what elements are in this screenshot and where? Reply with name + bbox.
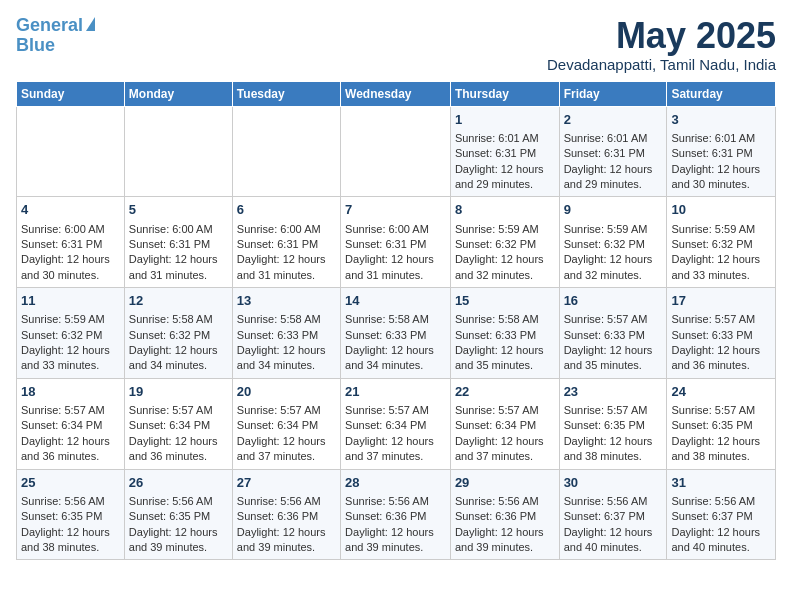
calendar-cell: 12Sunrise: 5:58 AMSunset: 6:32 PMDayligh… xyxy=(124,288,232,379)
calendar-cell: 4Sunrise: 6:00 AMSunset: 6:31 PMDaylight… xyxy=(17,197,125,288)
calendar-cell: 21Sunrise: 5:57 AMSunset: 6:34 PMDayligh… xyxy=(341,378,451,469)
day-info: Sunrise: 6:01 AM xyxy=(455,131,555,146)
day-info: Sunrise: 5:57 AM xyxy=(345,403,446,418)
day-info: Sunrise: 5:59 AM xyxy=(21,312,120,327)
day-number: 23 xyxy=(564,383,663,401)
day-info: Sunrise: 6:01 AM xyxy=(564,131,663,146)
calendar-cell: 20Sunrise: 5:57 AMSunset: 6:34 PMDayligh… xyxy=(232,378,340,469)
col-header-sunday: Sunday xyxy=(17,81,125,106)
day-info: Daylight: 12 hours and 35 minutes. xyxy=(564,343,663,374)
day-info: Sunset: 6:31 PM xyxy=(129,237,228,252)
day-info: Sunrise: 5:56 AM xyxy=(564,494,663,509)
day-info: Daylight: 12 hours and 32 minutes. xyxy=(455,252,555,283)
calendar-cell: 15Sunrise: 5:58 AMSunset: 6:33 PMDayligh… xyxy=(450,288,559,379)
calendar-week-row: 11Sunrise: 5:59 AMSunset: 6:32 PMDayligh… xyxy=(17,288,776,379)
page-header: General Blue May 2025 Devadanappatti, Ta… xyxy=(16,16,776,73)
calendar-cell: 28Sunrise: 5:56 AMSunset: 6:36 PMDayligh… xyxy=(341,469,451,560)
calendar-cell: 16Sunrise: 5:57 AMSunset: 6:33 PMDayligh… xyxy=(559,288,667,379)
day-info: Sunrise: 5:57 AM xyxy=(21,403,120,418)
day-number: 1 xyxy=(455,111,555,129)
day-info: Daylight: 12 hours and 34 minutes. xyxy=(237,343,336,374)
day-info: Sunrise: 5:59 AM xyxy=(671,222,771,237)
day-info: Daylight: 12 hours and 40 minutes. xyxy=(671,525,771,556)
day-number: 21 xyxy=(345,383,446,401)
day-info: Daylight: 12 hours and 38 minutes. xyxy=(21,525,120,556)
day-info: Sunset: 6:32 PM xyxy=(455,237,555,252)
calendar-week-row: 4Sunrise: 6:00 AMSunset: 6:31 PMDaylight… xyxy=(17,197,776,288)
day-info: Sunset: 6:37 PM xyxy=(564,509,663,524)
calendar-cell: 31Sunrise: 5:56 AMSunset: 6:37 PMDayligh… xyxy=(667,469,776,560)
calendar-cell: 17Sunrise: 5:57 AMSunset: 6:33 PMDayligh… xyxy=(667,288,776,379)
calendar-cell: 7Sunrise: 6:00 AMSunset: 6:31 PMDaylight… xyxy=(341,197,451,288)
day-info: Sunrise: 5:58 AM xyxy=(129,312,228,327)
calendar-cell: 18Sunrise: 5:57 AMSunset: 6:34 PMDayligh… xyxy=(17,378,125,469)
day-info: Sunrise: 5:59 AM xyxy=(564,222,663,237)
day-info: Daylight: 12 hours and 31 minutes. xyxy=(129,252,228,283)
day-info: Daylight: 12 hours and 38 minutes. xyxy=(671,434,771,465)
day-number: 6 xyxy=(237,201,336,219)
day-info: Daylight: 12 hours and 29 minutes. xyxy=(564,162,663,193)
day-info: Daylight: 12 hours and 31 minutes. xyxy=(237,252,336,283)
day-info: Daylight: 12 hours and 33 minutes. xyxy=(21,343,120,374)
calendar-cell: 30Sunrise: 5:56 AMSunset: 6:37 PMDayligh… xyxy=(559,469,667,560)
calendar-cell: 19Sunrise: 5:57 AMSunset: 6:34 PMDayligh… xyxy=(124,378,232,469)
day-number: 26 xyxy=(129,474,228,492)
day-info: Sunset: 6:34 PM xyxy=(21,418,120,433)
day-info: Sunset: 6:32 PM xyxy=(564,237,663,252)
day-number: 29 xyxy=(455,474,555,492)
day-info: Sunrise: 5:57 AM xyxy=(564,403,663,418)
day-info: Sunrise: 5:59 AM xyxy=(455,222,555,237)
day-info: Sunset: 6:35 PM xyxy=(21,509,120,524)
day-info: Daylight: 12 hours and 32 minutes. xyxy=(564,252,663,283)
day-info: Sunrise: 6:00 AM xyxy=(21,222,120,237)
day-number: 10 xyxy=(671,201,771,219)
day-number: 7 xyxy=(345,201,446,219)
calendar-cell: 27Sunrise: 5:56 AMSunset: 6:36 PMDayligh… xyxy=(232,469,340,560)
day-info: Sunset: 6:34 PM xyxy=(455,418,555,433)
day-info: Sunrise: 5:57 AM xyxy=(455,403,555,418)
day-number: 22 xyxy=(455,383,555,401)
day-info: Sunrise: 5:57 AM xyxy=(129,403,228,418)
calendar-cell: 3Sunrise: 6:01 AMSunset: 6:31 PMDaylight… xyxy=(667,106,776,197)
day-info: Sunset: 6:32 PM xyxy=(671,237,771,252)
calendar-table: SundayMondayTuesdayWednesdayThursdayFrid… xyxy=(16,81,776,561)
calendar-cell: 26Sunrise: 5:56 AMSunset: 6:35 PMDayligh… xyxy=(124,469,232,560)
day-number: 5 xyxy=(129,201,228,219)
day-info: Sunset: 6:34 PM xyxy=(237,418,336,433)
day-info: Sunrise: 5:58 AM xyxy=(237,312,336,327)
calendar-cell: 22Sunrise: 5:57 AMSunset: 6:34 PMDayligh… xyxy=(450,378,559,469)
day-info: Sunrise: 5:57 AM xyxy=(564,312,663,327)
day-info: Daylight: 12 hours and 34 minutes. xyxy=(129,343,228,374)
day-info: Sunset: 6:31 PM xyxy=(564,146,663,161)
day-number: 12 xyxy=(129,292,228,310)
day-info: Daylight: 12 hours and 39 minutes. xyxy=(237,525,336,556)
col-header-tuesday: Tuesday xyxy=(232,81,340,106)
day-info: Daylight: 12 hours and 29 minutes. xyxy=(455,162,555,193)
day-info: Sunrise: 6:00 AM xyxy=(237,222,336,237)
day-info: Daylight: 12 hours and 37 minutes. xyxy=(455,434,555,465)
day-info: Sunrise: 6:01 AM xyxy=(671,131,771,146)
day-info: Daylight: 12 hours and 39 minutes. xyxy=(345,525,446,556)
day-info: Sunrise: 5:56 AM xyxy=(129,494,228,509)
day-info: Sunset: 6:32 PM xyxy=(129,328,228,343)
calendar-week-row: 18Sunrise: 5:57 AMSunset: 6:34 PMDayligh… xyxy=(17,378,776,469)
day-info: Daylight: 12 hours and 37 minutes. xyxy=(237,434,336,465)
day-info: Sunrise: 5:56 AM xyxy=(21,494,120,509)
day-info: Daylight: 12 hours and 38 minutes. xyxy=(564,434,663,465)
day-info: Sunset: 6:36 PM xyxy=(237,509,336,524)
day-info: Daylight: 12 hours and 40 minutes. xyxy=(564,525,663,556)
calendar-week-row: 1Sunrise: 6:01 AMSunset: 6:31 PMDaylight… xyxy=(17,106,776,197)
day-number: 11 xyxy=(21,292,120,310)
day-info: Daylight: 12 hours and 35 minutes. xyxy=(455,343,555,374)
day-info: Sunset: 6:31 PM xyxy=(345,237,446,252)
col-header-thursday: Thursday xyxy=(450,81,559,106)
logo: General Blue xyxy=(16,16,95,56)
day-info: Sunset: 6:31 PM xyxy=(455,146,555,161)
calendar-cell: 9Sunrise: 5:59 AMSunset: 6:32 PMDaylight… xyxy=(559,197,667,288)
day-number: 4 xyxy=(21,201,120,219)
calendar-cell: 25Sunrise: 5:56 AMSunset: 6:35 PMDayligh… xyxy=(17,469,125,560)
day-info: Daylight: 12 hours and 36 minutes. xyxy=(671,343,771,374)
month-title: May 2025 xyxy=(547,16,776,56)
day-info: Daylight: 12 hours and 31 minutes. xyxy=(345,252,446,283)
day-info: Sunrise: 5:57 AM xyxy=(671,403,771,418)
